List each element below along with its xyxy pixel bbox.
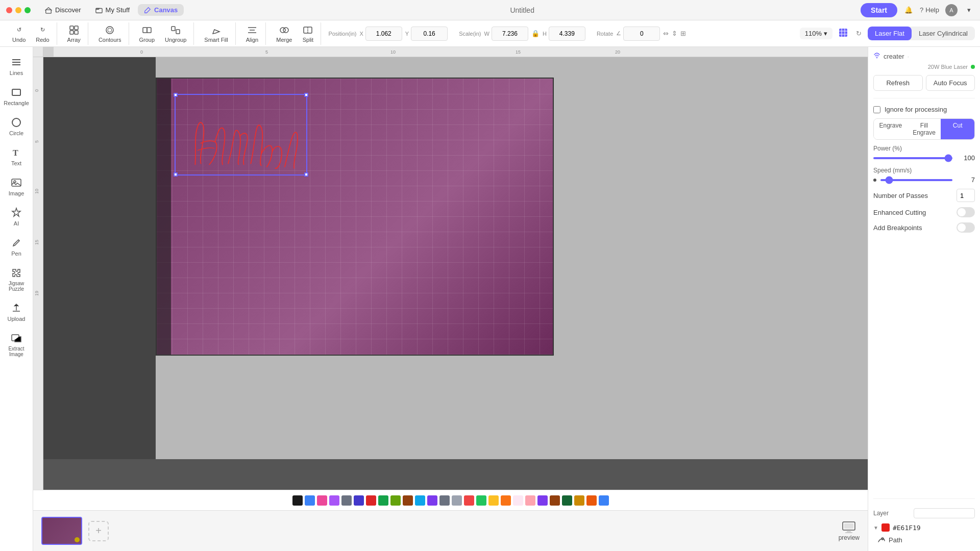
pen-tool[interactable]: Pen xyxy=(2,233,31,261)
close-button[interactable] xyxy=(6,7,12,13)
text-tool[interactable]: T Text xyxy=(2,142,31,170)
color-swatch[interactable] xyxy=(366,495,376,506)
color-swatch[interactable] xyxy=(586,495,597,506)
layer-input[interactable] xyxy=(914,508,975,518)
color-swatch[interactable] xyxy=(464,495,474,506)
color-swatch[interactable] xyxy=(501,495,511,506)
redo-button[interactable]: ↻ Redo xyxy=(32,22,53,45)
handle-top-left[interactable] xyxy=(174,93,178,97)
flip-h-icon[interactable]: ⇔ xyxy=(663,30,669,37)
color-swatch[interactable] xyxy=(562,495,572,506)
flip-v-icon[interactable]: ⇕ xyxy=(672,30,677,37)
h-input[interactable] xyxy=(549,27,585,41)
refresh-button[interactable]: Refresh xyxy=(873,75,923,91)
color-swatch[interactable] xyxy=(599,495,609,506)
color-swatch[interactable] xyxy=(513,495,523,506)
zoom-control[interactable]: 110% ▾ xyxy=(800,28,832,39)
canvas-surface[interactable] xyxy=(156,78,554,356)
zoom-chevron-icon: ▾ xyxy=(824,30,827,37)
minimize-button[interactable] xyxy=(15,7,21,13)
ai-tool[interactable]: AI xyxy=(2,203,31,231)
extract-tool[interactable]: Extract Image xyxy=(2,328,31,361)
color-swatch[interactable] xyxy=(403,495,413,506)
nav-tab-discover[interactable]: Discover xyxy=(39,4,87,16)
handle-bottom-left[interactable] xyxy=(174,172,178,177)
color-swatch[interactable] xyxy=(329,495,339,506)
nav-tab-canvas[interactable]: Canvas xyxy=(138,4,184,16)
start-button[interactable]: Start xyxy=(861,3,897,17)
w-input[interactable] xyxy=(492,27,528,41)
engrave-tab[interactable]: Engrave xyxy=(874,119,908,139)
maximize-button[interactable] xyxy=(24,7,31,13)
color-swatch[interactable] xyxy=(537,495,548,506)
nav-tab-mystuff[interactable]: My Stuff xyxy=(89,4,136,16)
jigsaw-tool[interactable]: Jigsaw Puzzle xyxy=(2,263,31,296)
lines-tool[interactable]: Lines xyxy=(2,52,31,80)
power-slider[interactable] xyxy=(873,157,952,159)
x-input[interactable] xyxy=(365,27,402,41)
color-swatch[interactable] xyxy=(439,495,450,506)
color-swatch[interactable] xyxy=(390,495,401,506)
handle-top-right[interactable] xyxy=(304,93,308,97)
help-label: Help xyxy=(925,6,939,14)
align-icon xyxy=(247,24,258,36)
cut-tab[interactable]: Cut xyxy=(941,119,974,139)
color-swatch[interactable] xyxy=(550,495,560,506)
svg-point-7 xyxy=(108,28,112,32)
image-tool[interactable]: Image xyxy=(2,172,31,201)
contours-button[interactable]: Contours xyxy=(94,22,126,45)
lines-label: Lines xyxy=(10,70,23,76)
color-swatch[interactable] xyxy=(354,495,364,506)
help-button[interactable]: ? Help xyxy=(920,6,939,14)
path-item[interactable]: Path xyxy=(873,534,975,546)
align-button[interactable]: Align xyxy=(242,22,262,45)
transform-icon[interactable]: ⊞ xyxy=(680,30,686,37)
color-swatch[interactable] xyxy=(574,495,584,506)
enhanced-toggle[interactable] xyxy=(957,207,975,217)
color-swatch[interactable] xyxy=(525,495,535,506)
upload-tool[interactable]: Upload xyxy=(2,298,31,326)
rectangle-tool[interactable]: Rectangle xyxy=(2,82,31,110)
layer-color-swatch[interactable] xyxy=(881,523,890,532)
color-swatch[interactable] xyxy=(488,495,499,506)
color-swatch[interactable] xyxy=(427,495,437,506)
page-thumbnail[interactable] xyxy=(41,517,82,545)
merge-button[interactable]: Merge xyxy=(272,22,296,45)
layer-color-row[interactable]: ▼ #E61F19 xyxy=(873,521,975,534)
y-input[interactable] xyxy=(411,27,448,41)
color-swatch[interactable] xyxy=(305,495,315,506)
color-swatch[interactable] xyxy=(415,495,425,506)
color-swatch[interactable] xyxy=(476,495,486,506)
breakpoints-toggle[interactable] xyxy=(957,222,975,233)
color-swatch[interactable] xyxy=(452,495,462,506)
undo-button[interactable]: ↺ Undo xyxy=(8,22,30,45)
laser-cylindrical-button[interactable]: Laser Cylindrical xyxy=(912,27,975,40)
rotate-input[interactable] xyxy=(623,27,660,41)
notification-icon[interactable]: 🔔 xyxy=(903,5,914,15)
avatar[interactable]: A xyxy=(945,4,958,16)
lock-icon[interactable]: 🔒 xyxy=(531,30,540,37)
color-swatch[interactable] xyxy=(341,495,352,506)
add-page-button[interactable]: + xyxy=(88,521,109,541)
circle-tool[interactable]: Circle xyxy=(2,112,31,140)
color-swatch[interactable] xyxy=(378,495,388,506)
laser-flat-button[interactable]: Laser Flat xyxy=(868,27,912,40)
ignore-checkbox[interactable] xyxy=(873,106,880,113)
canvas-workspace[interactable] xyxy=(43,57,868,490)
chevron-down-icon[interactable]: ▾ xyxy=(964,5,974,15)
ungroup-button[interactable]: Ungroup xyxy=(161,22,190,45)
grid-icon[interactable] xyxy=(837,26,850,41)
smart-fill-button[interactable]: Smart Fill xyxy=(200,22,232,45)
passes-input[interactable] xyxy=(957,189,975,202)
array-button[interactable]: Array xyxy=(63,22,85,45)
preview-button[interactable]: preview xyxy=(839,521,860,541)
refresh-icon[interactable]: ↻ xyxy=(854,28,864,39)
color-swatch[interactable] xyxy=(292,495,303,506)
fill-engrave-tab[interactable]: Fill Engrave xyxy=(908,119,941,139)
group-button[interactable]: Group xyxy=(135,22,159,45)
speed-slider[interactable] xyxy=(880,179,952,181)
auto-focus-button[interactable]: Auto Focus xyxy=(926,75,975,91)
ai-icon xyxy=(10,207,22,219)
color-swatch[interactable] xyxy=(317,495,327,506)
split-button[interactable]: Split xyxy=(298,22,317,45)
